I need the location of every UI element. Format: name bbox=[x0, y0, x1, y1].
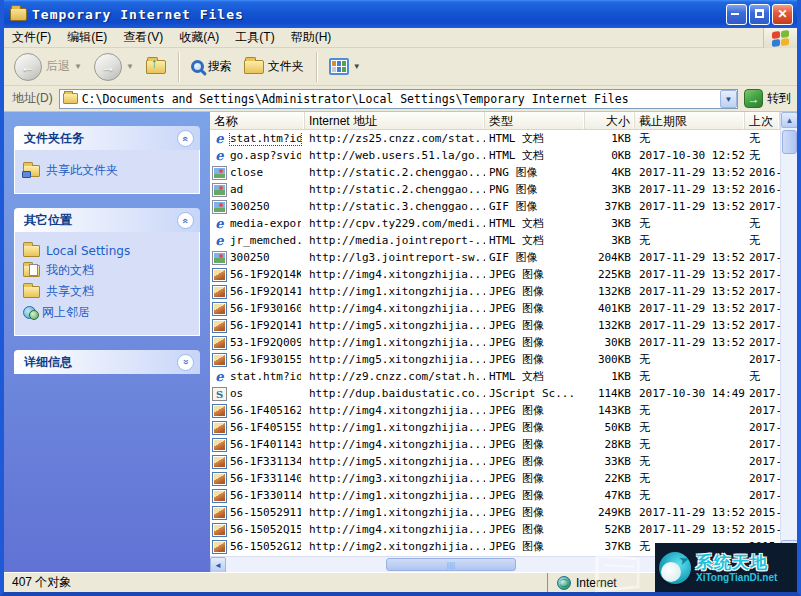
sidebar-item-共享文档[interactable]: 共享文档 bbox=[23, 283, 195, 300]
scroll-left-icon[interactable]: ◄ bbox=[210, 557, 226, 572]
file-row-jr_memched....[interactable]: ejr_memched....http://media.jointreport-… bbox=[210, 232, 780, 249]
back-label: 后退 bbox=[46, 58, 70, 75]
file-last: 无 bbox=[745, 369, 780, 384]
close-button[interactable]: ✕ bbox=[772, 4, 793, 25]
file-row-56-1F92Q14119[interactable]: 56-1F92Q14119http://img1.xitongzhijia...… bbox=[210, 283, 780, 300]
chevron-up-icon[interactable]: « bbox=[177, 212, 194, 229]
address-folder-icon bbox=[63, 93, 78, 104]
file-row-media-expor...[interactable]: emedia-expor...http://cpv.ty229.com/medi… bbox=[210, 215, 780, 232]
file-row-56-1F405155...[interactable]: 56-1F405155...http://img1.xitongzhijia..… bbox=[210, 419, 780, 436]
go-button[interactable]: → 转到 bbox=[744, 89, 791, 108]
file-row-300250[interactable]: 300250http://lg3.jointreport-sw...GIF 图像… bbox=[210, 249, 780, 266]
sidebar-item-网上邻居[interactable]: 网上邻居 bbox=[23, 304, 195, 321]
file-url: http://img5.xitongzhijia.... bbox=[305, 353, 485, 366]
file-name-cell: 56-1F930155238 bbox=[210, 353, 305, 367]
column-header-size[interactable]: 大小 bbox=[585, 112, 635, 129]
up-button[interactable]: ↑ bbox=[142, 58, 170, 76]
chevron-down-icon[interactable]: « bbox=[177, 354, 194, 371]
sidebar-item-label: 共享文档 bbox=[46, 283, 94, 300]
file-name-cell: 56-1F405155... bbox=[210, 421, 305, 435]
vertical-scrollbar[interactable]: ▲ ▼ bbox=[780, 112, 797, 556]
file-last: 2017- bbox=[745, 251, 780, 264]
sidebar-item-共享此文件夹[interactable]: 共享此文件夹 bbox=[23, 162, 195, 179]
horizontal-scroll-thumb[interactable] bbox=[386, 558, 516, 571]
vertical-scroll-thumb[interactable] bbox=[782, 130, 797, 154]
file-name: 53-1F92Q009... bbox=[230, 336, 301, 349]
file-url: http://img1.xitongzhijia.... bbox=[305, 421, 485, 434]
task-panel-body-1: Local Settings我的文档共享文档网上邻居 bbox=[14, 232, 200, 336]
address-dropdown-icon[interactable]: ▼ bbox=[720, 90, 737, 108]
task-panel-header-2[interactable]: 详细信息« bbox=[14, 350, 200, 374]
file-row-56-1F330114...[interactable]: 56-1F330114...http://img1.xitongzhijia..… bbox=[210, 487, 780, 504]
scroll-up-icon[interactable]: ▲ bbox=[781, 112, 797, 128]
file-name-cell: estat.htm?id... bbox=[210, 132, 305, 146]
column-header-expires[interactable]: 截止期限 bbox=[635, 112, 745, 129]
forward-button[interactable]: → ▼ bbox=[90, 51, 138, 83]
menu-edit[interactable]: 编辑(E) bbox=[59, 28, 115, 47]
watermark-house-icon bbox=[595, 554, 639, 593]
file-name-cell: 56-15052G12... bbox=[210, 540, 305, 554]
file-row-56-1F92Q14K4[interactable]: 56-1F92Q14K4http://img4.xitongzhijia....… bbox=[210, 266, 780, 283]
task-panel-header-1[interactable]: 其它位置« bbox=[14, 208, 200, 232]
file-row-56-1F405162...[interactable]: 56-1F405162...http://img4.xitongzhijia..… bbox=[210, 402, 780, 419]
file-row-stat.htm?id...[interactable]: estat.htm?id...http://z9.cnzz.com/stat.h… bbox=[210, 368, 780, 385]
task-panel-header-0[interactable]: 文件夹任务« bbox=[14, 126, 200, 150]
address-bar: 地址(D) ▼ → 转到 bbox=[4, 86, 797, 112]
file-row-56-1F331140...[interactable]: 56-1F331140...http://img3.xitongzhijia..… bbox=[210, 470, 780, 487]
file-row-56-1F930155238[interactable]: 56-1F930155238http://img5.xitongzhijia..… bbox=[210, 351, 780, 368]
image-file-icon bbox=[212, 166, 227, 180]
image-file-icon bbox=[212, 183, 227, 197]
file-expires: 无 bbox=[635, 420, 745, 435]
file-type: JPEG 图像 bbox=[485, 335, 585, 350]
column-header-type[interactable]: 类型 bbox=[485, 112, 585, 129]
file-size: 1KB bbox=[585, 132, 635, 145]
file-url: http://cpv.ty229.com/medi... bbox=[305, 217, 485, 230]
file-row-ad[interactable]: adhttp://static.2.chenggao....PNG 图像3KB2… bbox=[210, 181, 780, 198]
file-name-cell: 56-1F330114... bbox=[210, 489, 305, 503]
file-row-53-1F92Q009...[interactable]: 53-1F92Q009...http://img1.xitongzhijia..… bbox=[210, 334, 780, 351]
file-row-56-1F930160J3[interactable]: 56-1F930160J3http://img4.xitongzhijia...… bbox=[210, 300, 780, 317]
chevron-up-icon[interactable]: « bbox=[177, 130, 194, 147]
network-icon bbox=[23, 306, 36, 319]
file-list-area: 名称Internet 地址类型大小截止期限上次 estat.htm?id...h… bbox=[210, 112, 797, 572]
menu-favorites[interactable]: 收藏(A) bbox=[171, 28, 227, 47]
file-row-56-1F331134...[interactable]: 56-1F331134...http://img5.xitongzhijia..… bbox=[210, 453, 780, 470]
column-header-name[interactable]: 名称 bbox=[210, 112, 305, 129]
file-row-go.asp?svid...[interactable]: ego.asp?svid...http://web.users.51.la/go… bbox=[210, 147, 780, 164]
file-expires: 2017-11-29 13:52 bbox=[635, 285, 745, 298]
file-type: HTML 文档 bbox=[485, 216, 585, 231]
search-button[interactable]: 搜索 bbox=[187, 56, 236, 77]
file-row-56-1F92Q14119[interactable]: 56-1F92Q14119http://img5.xitongzhijia...… bbox=[210, 317, 780, 334]
file-row-56-1F401143...[interactable]: 56-1F401143...http://img4.xitongzhijia..… bbox=[210, 436, 780, 453]
file-row-56-15052Q15...[interactable]: 56-15052Q15...http://img4.xitongzhijia..… bbox=[210, 521, 780, 538]
column-header-last[interactable]: 上次 bbox=[745, 112, 780, 129]
file-row-os[interactable]: Soshttp://dup.baidustatic.co...JScript S… bbox=[210, 385, 780, 402]
address-input[interactable] bbox=[82, 91, 720, 107]
file-row-56-15052911...[interactable]: 56-15052911...http://img1.xitongzhijia..… bbox=[210, 504, 780, 521]
address-combo[interactable]: ▼ bbox=[59, 89, 738, 109]
file-row-close[interactable]: closehttp://static.2.chenggao....PNG 图像4… bbox=[210, 164, 780, 181]
file-type: JPEG 图像 bbox=[485, 284, 585, 299]
file-expires: 无 bbox=[635, 471, 745, 486]
menu-view[interactable]: 查看(V) bbox=[115, 28, 171, 47]
folders-label: 文件夹 bbox=[268, 58, 304, 75]
maximize-button[interactable] bbox=[749, 4, 770, 25]
menu-tools[interactable]: 工具(T) bbox=[227, 28, 282, 47]
jpeg-file-icon bbox=[212, 421, 227, 435]
file-row-300250[interactable]: 300250http://static.3.chenggao....GIF 图像… bbox=[210, 198, 780, 215]
menu-help[interactable]: 帮助(H) bbox=[283, 28, 340, 47]
file-size: 225KB bbox=[585, 268, 635, 281]
sidebar-item-我的文档[interactable]: 我的文档 bbox=[23, 262, 195, 279]
minimize-button[interactable] bbox=[726, 4, 747, 25]
views-button[interactable]: ▼ bbox=[325, 56, 365, 77]
sidebar-item-Local Settings[interactable]: Local Settings bbox=[23, 244, 195, 258]
file-last: 2017- bbox=[745, 489, 780, 502]
file-last: 2015- bbox=[745, 506, 780, 519]
folders-button[interactable]: 文件夹 bbox=[240, 56, 308, 77]
file-url: http://img4.xitongzhijia.... bbox=[305, 438, 485, 451]
back-button[interactable]: ← 后退 ▼ bbox=[10, 51, 86, 83]
column-header-url[interactable]: Internet 地址 bbox=[305, 112, 485, 129]
task-panel-1: 其它位置«Local Settings我的文档共享文档网上邻居 bbox=[14, 208, 200, 336]
menu-file[interactable]: 文件(F) bbox=[4, 28, 59, 47]
file-row-stat.htm?id...[interactable]: estat.htm?id...http://zs25.cnzz.com/stat… bbox=[210, 130, 780, 147]
